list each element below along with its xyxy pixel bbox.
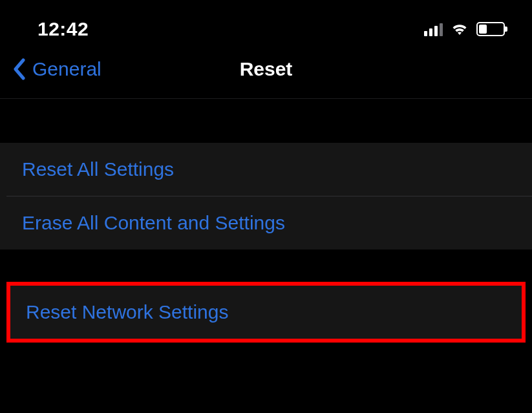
section-spacer (0, 249, 532, 282)
status-time: 12:42 (37, 18, 89, 40)
reset-section-1: Reset All Settings Erase All Content and… (0, 143, 532, 249)
status-bar: 12:42 (0, 0, 532, 40)
reset-all-settings-row[interactable]: Reset All Settings (0, 143, 532, 196)
reset-network-settings-row[interactable]: Reset Network Settings (10, 286, 522, 339)
cellular-icon (424, 22, 443, 36)
reset-section-2: Reset Network Settings (10, 286, 522, 339)
status-icons (424, 22, 505, 36)
back-button[interactable]: General (0, 58, 101, 80)
nav-header: General Reset (0, 40, 532, 99)
battery-icon (476, 22, 505, 36)
battery-level (479, 25, 487, 34)
highlight-annotation: Reset Network Settings (6, 282, 526, 343)
back-label: General (32, 58, 101, 80)
chevron-left-icon (13, 58, 26, 80)
section-spacer (0, 99, 532, 143)
erase-all-content-row[interactable]: Erase All Content and Settings (0, 196, 532, 249)
wifi-icon (451, 22, 469, 36)
